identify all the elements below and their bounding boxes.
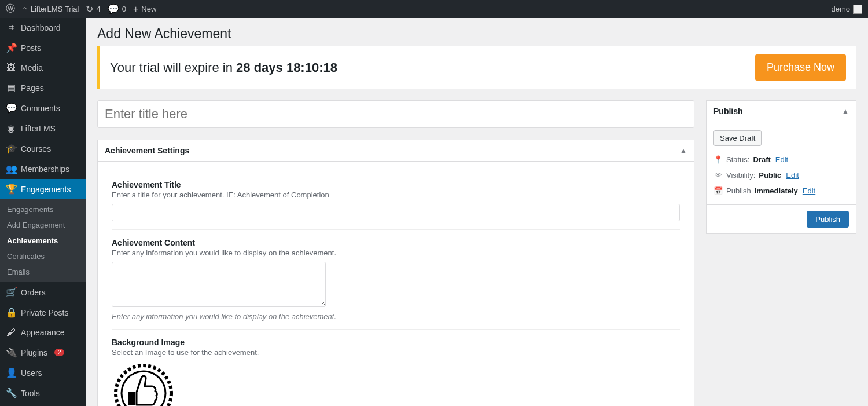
page-icon: ▤ [6,82,16,93]
comments-count: 0 [122,5,126,13]
site-name-link[interactable]: ⌂LifterLMS Trial [22,4,79,14]
graduation-cap-icon: 🎓 [6,143,16,154]
sidebar-item-label: Media [21,63,43,72]
plugins-update-badge: 2 [54,349,65,356]
visibility-value: Public [759,171,781,180]
field-achievement-title: Achievement Title Enter a title for your… [112,172,680,230]
wordpress-icon: ⓦ [6,3,15,15]
visibility-label: Visibility: [726,171,755,180]
wp-logo[interactable]: ⓦ [6,3,15,15]
submenu-engagements: Engagements Add Engagement Achievements … [0,199,86,282]
status-label: Status: [726,155,749,164]
sidebar-item-label: Pages [21,83,44,93]
sidebar-item-users[interactable]: 👤Users [0,363,86,383]
field-label: Achievement Title [112,180,680,189]
achievement-content-textarea[interactable] [112,262,326,307]
pin-icon: 📌 [6,42,16,53]
achievement-title-input[interactable] [112,204,680,221]
updates-count: 4 [96,5,100,13]
publish-box: Publish ▲ Save Draft 📍 Status: Draft Edi… [706,100,856,234]
update-icon: ↻ [86,3,93,14]
sidebar-item-pages[interactable]: ▤Pages [0,78,86,98]
trial-prefix: Your trial will expire in [110,60,236,75]
sidebar-item-courses[interactable]: 🎓Courses [0,138,86,159]
pushpin-icon: 📍 [713,155,723,164]
field-desc: Enter a title for your achievement. IE: … [112,191,680,199]
sidebar-item-label: Engagements [21,185,71,194]
svg-rect-2 [128,392,135,405]
sidebar-item-private-posts[interactable]: 🔒Private Posts [0,302,86,323]
sidebar-item-label: Plugins [21,348,47,357]
trophy-icon: 🏆 [6,184,16,195]
site-name: LifterLMS Trial [31,5,79,13]
schedule-label: Publish [726,186,751,195]
plug-icon: 🔌 [6,347,16,358]
submenu-item-engagements[interactable]: Engagements [0,202,86,217]
chevron-up-icon: ▲ [680,147,687,155]
thumbs-up-seal-icon [112,361,175,406]
submenu-item-certificates[interactable]: Certificates [0,248,86,264]
submenu-item-add-engagement[interactable]: Add Engagement [0,217,86,233]
sidebar-item-media[interactable]: 🖼Media [0,58,86,78]
edit-status-link[interactable]: Edit [775,155,788,164]
schedule-value: immediately [755,186,798,195]
comment-icon: 💬 [6,103,16,114]
edit-schedule-link[interactable]: Edit [803,186,815,195]
lifterlms-icon: ◉ [6,123,16,134]
sidebar-item-orders[interactable]: 🛒Orders [0,282,86,302]
sidebar-item-settings[interactable]: ⚙Settings [0,403,86,406]
field-achievement-content: Achievement Content Enter any informatio… [112,230,680,330]
avatar [853,5,862,14]
admin-bar: ⓦ ⌂LifterLMS Trial ↻4 💬0 +New demo [0,0,868,18]
sidebar-item-label: Private Posts [21,308,68,317]
submenu-item-emails[interactable]: Emails [0,264,86,280]
status-row: 📍 Status: Draft Edit [713,152,849,167]
user-menu[interactable]: demo [831,5,862,14]
trial-text: Your trial will expire in 28 days 18:10:… [110,60,337,75]
achievement-settings-box: Achievement Settings ▲ Achievement Title… [97,140,694,406]
sidebar-item-label: Comments [21,104,60,113]
postbox-title: Achievement Settings [105,146,189,155]
publish-box-toggle[interactable]: Publish ▲ [707,101,856,122]
field-hint: Enter any information you would like to … [112,312,680,321]
post-title-input[interactable] [97,100,694,128]
field-background-image: Background Image Select an Image to use … [112,330,680,406]
sidebar-item-engagements[interactable]: 🏆Engagements [0,179,86,199]
sidebar-item-comments[interactable]: 💬Comments [0,98,86,118]
field-desc: Enter any information you would like to … [112,248,680,257]
sidebar-item-label: Appearance [21,328,65,337]
sidebar-item-appearance[interactable]: 🖌Appearance [0,323,86,342]
status-value: Draft [753,155,770,164]
media-icon: 🖼 [6,63,16,73]
submenu-item-achievements[interactable]: Achievements [0,233,86,248]
comments-link[interactable]: 💬0 [108,3,126,14]
postbox-title: Publish [713,107,743,116]
sidebar-item-memberships[interactable]: 👥Memberships [0,159,86,179]
dashboard-icon: ⌗ [6,23,16,33]
field-desc: Select an Image to use for the achieveme… [112,348,680,357]
admin-sidebar: ⌗Dashboard 📌Posts 🖼Media ▤Pages 💬Comment… [0,18,86,406]
user-name: demo [831,5,850,13]
sidebar-item-tools[interactable]: 🔧Tools [0,383,86,403]
plus-icon: + [133,4,138,14]
updates-link[interactable]: ↻4 [86,3,100,14]
publish-button[interactable]: Publish [807,211,849,228]
sidebar-item-label: Tools [21,389,40,398]
achievement-settings-toggle[interactable]: Achievement Settings ▲ [98,140,694,162]
field-label: Background Image [112,338,680,347]
sidebar-item-posts[interactable]: 📌Posts [0,38,86,58]
field-label: Achievement Content [112,238,680,247]
trial-countdown: 28 days 18:10:18 [236,60,337,75]
sidebar-item-dashboard[interactable]: ⌗Dashboard [0,18,86,38]
new-content-link[interactable]: +New [133,4,156,14]
purchase-now-button[interactable]: Purchase Now [755,54,846,81]
visibility-row: 👁 Visibility: Public Edit [713,167,849,183]
sidebar-item-plugins[interactable]: 🔌Plugins2 [0,342,86,363]
edit-visibility-link[interactable]: Edit [786,171,799,180]
save-draft-button[interactable]: Save Draft [713,130,762,146]
sidebar-item-label: Courses [21,144,51,153]
comment-icon: 💬 [108,3,119,14]
sidebar-item-lifterlms[interactable]: ◉LifterLMS [0,118,86,138]
chevron-up-icon: ▲ [842,107,849,115]
sidebar-item-label: Users [21,368,42,378]
